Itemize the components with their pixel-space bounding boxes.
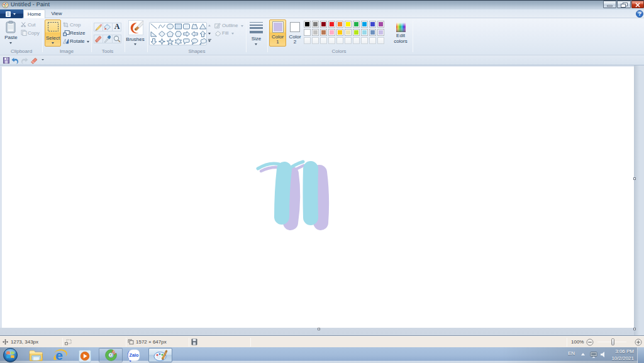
svg-text:?: ? <box>638 11 641 17</box>
svg-text:Zalo: Zalo <box>130 352 139 358</box>
